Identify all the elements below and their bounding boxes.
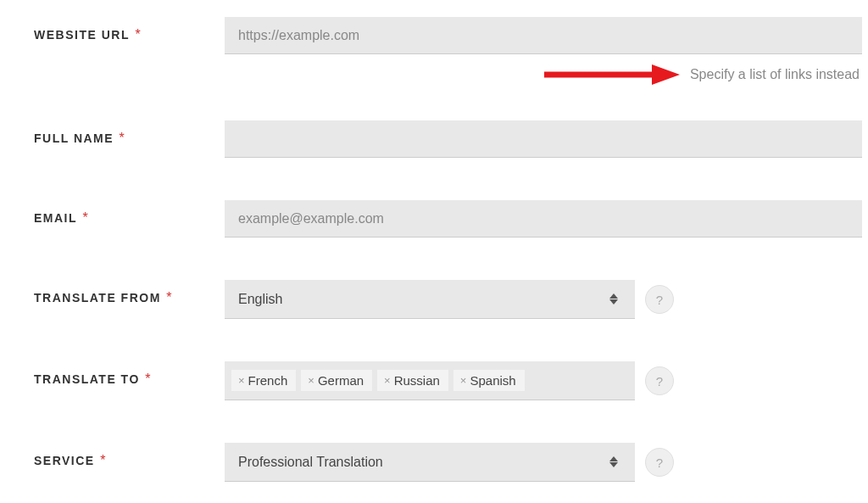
label-col: FULL NAME * [34, 120, 225, 146]
service-select[interactable]: Professional Translation [225, 443, 635, 482]
required-mark: * [100, 453, 105, 467]
required-mark: * [83, 210, 88, 225]
row-full-name: FULL NAME * [0, 120, 868, 158]
full-name-input[interactable] [225, 120, 862, 158]
label-email: EMAIL [34, 211, 77, 225]
stepper-icon [609, 456, 618, 467]
label-col: TRANSLATE FROM * [34, 280, 225, 305]
help-icon: ? [656, 374, 663, 388]
tag-spanish: ×Spanish [453, 370, 525, 391]
label-translate-from: TRANSLATE FROM [34, 291, 161, 305]
row-website-url: WEBSITE URL * [0, 17, 868, 54]
tag-french: ×French [231, 370, 296, 391]
chevron-down-icon [609, 462, 618, 467]
email-input[interactable] [225, 200, 862, 238]
tag-label: German [318, 373, 364, 388]
hint-row: Specify a list of links instead [0, 63, 868, 87]
field-col: Professional Translation ? [225, 443, 868, 482]
translate-from-select[interactable]: English [225, 280, 635, 319]
annotation-arrow-icon [537, 63, 682, 87]
required-mark: * [120, 131, 125, 145]
label-full-name: FULL NAME [34, 131, 114, 145]
label-col: EMAIL * [34, 200, 225, 226]
help-button[interactable]: ? [645, 366, 674, 395]
row-email: EMAIL * [0, 200, 868, 238]
field-col: English ? [225, 280, 868, 319]
stepper-icon [609, 293, 618, 305]
tag-remove-icon[interactable]: × [308, 374, 314, 387]
label-translate-to: TRANSLATE TO [34, 372, 140, 386]
help-icon: ? [656, 293, 663, 307]
select-value: English [238, 292, 609, 307]
label-col: TRANSLATE TO * [34, 361, 225, 387]
field-col: ×French ×German ×Russian ×Spanish ? [225, 361, 868, 400]
row-service: SERVICE * Professional Translation ? [0, 443, 868, 482]
tag-german: ×German [301, 370, 372, 391]
required-mark: * [166, 290, 171, 305]
select-value: Professional Translation [238, 455, 609, 470]
tag-label: French [248, 373, 288, 388]
tag-remove-icon[interactable]: × [238, 374, 245, 387]
row-translate-to: TRANSLATE TO * ×French ×German ×Russian … [0, 361, 868, 400]
chevron-up-icon [609, 456, 618, 461]
tag-label: Spanish [470, 373, 515, 388]
tag-remove-icon[interactable]: × [460, 374, 467, 387]
field-col [225, 120, 868, 158]
help-button[interactable]: ? [645, 285, 674, 314]
required-mark: * [145, 372, 150, 386]
label-service: SERVICE [34, 454, 95, 467]
tag-russian: ×Russian [377, 370, 448, 391]
label-website-url: WEBSITE URL [34, 28, 130, 42]
help-button[interactable]: ? [645, 448, 674, 477]
website-url-input[interactable] [225, 17, 862, 54]
field-col [225, 200, 868, 238]
label-col: WEBSITE URL * [34, 17, 225, 42]
chevron-down-icon [609, 299, 618, 305]
hint-link[interactable]: Specify a list of links instead [690, 67, 860, 82]
label-col: SERVICE * [34, 443, 225, 468]
svg-marker-1 [652, 64, 680, 85]
tag-remove-icon[interactable]: × [384, 374, 391, 387]
chevron-up-icon [609, 293, 618, 299]
tag-label: Russian [394, 373, 440, 388]
row-translate-from: TRANSLATE FROM * English ? [0, 280, 868, 319]
translate-to-multiselect[interactable]: ×French ×German ×Russian ×Spanish [225, 361, 635, 400]
field-col [225, 17, 868, 54]
required-mark: * [135, 27, 140, 42]
help-icon: ? [656, 455, 663, 470]
